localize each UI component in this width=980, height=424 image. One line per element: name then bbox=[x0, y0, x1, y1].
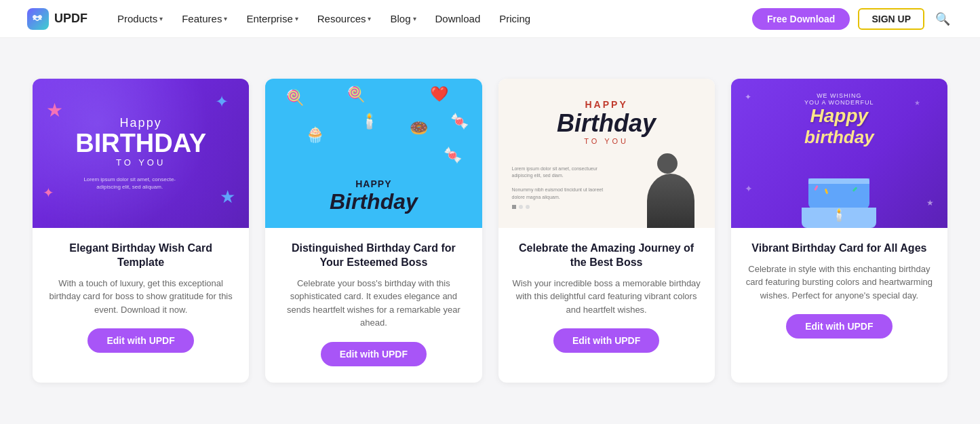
card-1-desc: With a touch of luxury, get this excepti… bbox=[46, 277, 235, 317]
nav-item-blog[interactable]: Blog ▾ bbox=[382, 9, 424, 28]
nav-enterprise-label: Enterprise bbox=[246, 13, 292, 24]
nav-actions: Free Download SIGN UP 🔍 bbox=[752, 8, 953, 30]
star-decoration: ★ bbox=[220, 187, 235, 208]
card-3-happy: HAPPY bbox=[498, 99, 715, 110]
card-2-desc: Celebrate your boss's birthday with this… bbox=[279, 277, 468, 330]
candy2-icon: 🍬 bbox=[444, 147, 462, 164]
nav-resources-label: Resources bbox=[317, 13, 366, 24]
search-icon: 🔍 bbox=[935, 12, 950, 26]
person-head bbox=[657, 153, 678, 174]
card-3-image: HAPPY Birthday TO YOU Lorem ipsum dolor … bbox=[498, 79, 715, 228]
card-4-happy: Happy bbox=[731, 106, 947, 127]
card-1-title: Elegant Birthday Wish Card Template bbox=[46, 242, 235, 270]
card-4-desc: Celebrate in style with this enchanting … bbox=[745, 263, 934, 303]
card-4-wonderful: YOU A WONDERFUL bbox=[731, 99, 947, 106]
card-4-img-text: WE WISHING YOU A WONDERFUL Happy birthda… bbox=[731, 92, 947, 148]
card-1-birthday: BIRTHDAY bbox=[75, 130, 206, 156]
nav-pricing-label: Pricing bbox=[499, 13, 530, 24]
logo-link[interactable]: UPDF bbox=[27, 8, 87, 30]
nav-products-label: Products bbox=[117, 13, 157, 24]
nav-item-resources[interactable]: Resources ▾ bbox=[309, 9, 380, 28]
card-2-title: Distinguished Birthday Card for Your Est… bbox=[279, 242, 468, 270]
card-1-happy: Happy bbox=[75, 116, 206, 130]
nav-item-features[interactable]: Features ▾ bbox=[174, 9, 235, 28]
logo-text: UPDF bbox=[54, 12, 87, 26]
star-decoration: ✦ bbox=[215, 92, 229, 111]
features-chevron-icon: ▾ bbox=[224, 15, 227, 22]
card-4-body: Vibrant Birthday Card for All Ages Celeb… bbox=[731, 228, 947, 355]
star-decoration: ✦ bbox=[43, 185, 54, 201]
heart-icon: ❤️ bbox=[430, 85, 448, 103]
card-1-lorem: Lorem ipsum dolor sit amet, consecte- ad… bbox=[75, 176, 184, 191]
card-2: 🍭 ❤️ 🍬 🧁 🕯️ 🍩 🍭 🍬 HAPPY Birthday Disting… bbox=[265, 79, 482, 383]
card-1-img-text: Happy BIRTHDAY TO YOU Lorem ipsum dolor … bbox=[75, 116, 206, 191]
blog-chevron-icon: ▾ bbox=[413, 15, 416, 22]
free-download-button[interactable]: Free Download bbox=[752, 8, 850, 30]
cake-illustration: 🕯️ bbox=[802, 178, 876, 228]
person-silhouette bbox=[647, 174, 694, 228]
card-1-body: Elegant Birthday Wish Card Template With… bbox=[33, 228, 249, 369]
card-3-dots bbox=[512, 205, 530, 209]
card-3-birthday: Birthday bbox=[498, 110, 715, 137]
nav-download-label: Download bbox=[435, 13, 481, 24]
card-3-lorem: Lorem ipsum dolor sit amet, consectueur … bbox=[512, 166, 607, 201]
lollipop-icon: 🍭 bbox=[286, 89, 304, 107]
logo-icon bbox=[27, 8, 49, 30]
lollipop2-icon: 🍭 bbox=[347, 85, 365, 103]
card-4-we-wishing: WE WISHING bbox=[731, 92, 947, 99]
card-3-edit-button[interactable]: Edit with UPDF bbox=[553, 328, 659, 353]
candy-icon: 🍬 bbox=[450, 113, 469, 130]
nav-item-download[interactable]: Download bbox=[427, 9, 489, 28]
card-1-edit-button[interactable]: Edit with UPDF bbox=[87, 328, 193, 353]
card-3-img-text: HAPPY Birthday TO YOU bbox=[498, 99, 715, 145]
card-2-img-text: HAPPY Birthday bbox=[330, 178, 418, 214]
card-4-edit-button[interactable]: Edit with UPDF bbox=[786, 314, 892, 339]
nav-links: Products ▾ Features ▾ Enterprise ▾ Resou… bbox=[109, 9, 752, 28]
cupcake-icon: 🧁 bbox=[306, 126, 324, 144]
star4-4: ★ bbox=[926, 198, 934, 208]
card-2-edit-button[interactable]: Edit with UPDF bbox=[321, 342, 427, 366]
card-2-image: 🍭 ❤️ 🍬 🧁 🕯️ 🍩 🍭 🍬 HAPPY Birthday bbox=[265, 79, 482, 228]
card-3-to-you: TO YOU bbox=[498, 137, 715, 145]
card-1: ★ ✦ ✦ ★ Happy BIRTHDAY TO YOU Lorem ipsu… bbox=[33, 79, 249, 383]
card-2-body: Distinguished Birthday Card for Your Est… bbox=[265, 228, 482, 383]
sign-up-button[interactable]: SIGN UP bbox=[858, 8, 924, 30]
card-4-birthday: birthday bbox=[731, 127, 947, 148]
resources-chevron-icon: ▾ bbox=[368, 15, 371, 22]
card-4-image: ✦ ★ ✦ ★ WE WISHING YOU A WONDERFUL Happy… bbox=[731, 79, 947, 228]
card-2-birthday: Birthday bbox=[330, 189, 418, 214]
card-3: HAPPY Birthday TO YOU Lorem ipsum dolor … bbox=[498, 79, 715, 383]
cards-grid: ★ ✦ ✦ ★ Happy BIRTHDAY TO YOU Lorem ipsu… bbox=[33, 79, 947, 383]
card-3-title: Celebrate the Amazing Journey of the Bes… bbox=[512, 242, 701, 270]
products-chevron-icon: ▾ bbox=[159, 15, 163, 22]
nav-item-products[interactable]: Products ▾ bbox=[109, 9, 171, 28]
donut-icon: 🍩 bbox=[410, 119, 428, 137]
card-4: ✦ ★ ✦ ★ WE WISHING YOU A WONDERFUL Happy… bbox=[731, 79, 947, 383]
nav-features-label: Features bbox=[182, 13, 222, 24]
main-content: ★ ✦ ✦ ★ Happy BIRTHDAY TO YOU Lorem ipsu… bbox=[0, 38, 980, 415]
star4-3: ✦ bbox=[745, 183, 753, 194]
candle-icon: 🕯️ bbox=[360, 113, 378, 130]
card-1-image: ★ ✦ ✦ ★ Happy BIRTHDAY TO YOU Lorem ipsu… bbox=[33, 79, 249, 228]
card-4-title: Vibrant Birthday Card for All Ages bbox=[745, 242, 934, 256]
card-1-to-you: TO YOU bbox=[75, 157, 206, 168]
search-button[interactable]: 🔍 bbox=[933, 9, 953, 29]
card-2-happy: HAPPY bbox=[330, 178, 418, 189]
star-decoration: ★ bbox=[46, 99, 63, 121]
nav-item-pricing[interactable]: Pricing bbox=[491, 9, 538, 28]
nav-blog-label: Blog bbox=[390, 13, 410, 24]
navbar: UPDF Products ▾ Features ▾ Enterprise ▾ … bbox=[0, 0, 980, 38]
card-3-desc: Wish your incredible boss a memorable bi… bbox=[512, 277, 701, 317]
card-3-body: Celebrate the Amazing Journey of the Bes… bbox=[498, 228, 715, 369]
nav-item-enterprise[interactable]: Enterprise ▾ bbox=[238, 9, 306, 28]
enterprise-chevron-icon: ▾ bbox=[295, 15, 298, 22]
